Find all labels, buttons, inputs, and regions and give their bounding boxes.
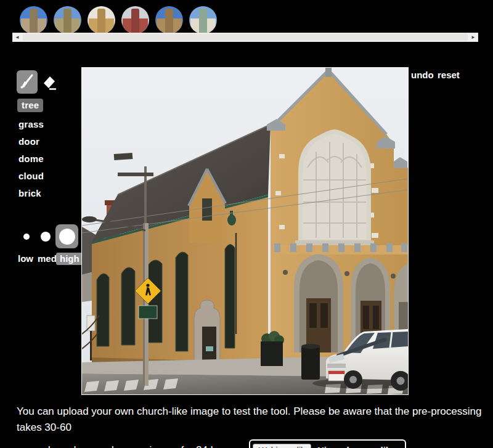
file-input[interactable]: Wybierz plik Nie wybrano pliku: [249, 439, 407, 448]
white-dome-church-thumbnail[interactable]: [189, 6, 217, 34]
thumbnail-scrollbar[interactable]: ◄ ►: [12, 33, 478, 42]
label-grass[interactable]: grass: [18, 118, 44, 131]
domed-baroque-church-thumbnail[interactable]: [20, 6, 47, 34]
scrollbar-thumb[interactable]: [23, 34, 468, 41]
eraser-tool-button[interactable]: [38, 71, 60, 94]
gothic-cathedral-thumbnail[interactable]: [88, 6, 115, 34]
thumbnail-bar: [20, 6, 217, 34]
brush-size-med-dot[interactable]: [41, 232, 51, 242]
red-cathedral-thumbnail[interactable]: [121, 6, 149, 34]
upload-note-line2: seconds and we cache your image for 24 h…: [17, 442, 243, 448]
corbel-band: [271, 243, 408, 255]
street-name-sign: [139, 306, 157, 319]
upload-note-line1: You can upload your own church-like imag…: [17, 404, 489, 436]
brush-icon: [19, 72, 35, 92]
thumbnail-tower: [199, 9, 208, 34]
thumbnail-tower: [165, 9, 174, 34]
thumbnail-tower: [131, 9, 140, 34]
size-label-high[interactable]: high: [56, 253, 83, 265]
choose-file-button[interactable]: Wybierz plik: [253, 444, 311, 448]
clock-tower-church-thumbnail[interactable]: [54, 6, 81, 34]
app-window: ◄ ► tree grass door dome cloud brick: [0, 0, 493, 448]
label-tree[interactable]: tree: [17, 99, 43, 112]
label-brick[interactable]: brick: [18, 187, 41, 200]
church-canvas[interactable]: [82, 68, 408, 394]
trash-can: [301, 344, 320, 380]
brush-size-high-circle: [59, 229, 75, 245]
gable-window: [295, 129, 374, 245]
size-label-med[interactable]: med: [38, 253, 57, 265]
thumbnail-tower: [30, 9, 38, 34]
label-cloud[interactable]: cloud: [18, 169, 44, 183]
brush-tool-button[interactable]: [17, 70, 38, 94]
eraser-icon: [40, 72, 59, 93]
size-label-low[interactable]: low: [18, 253, 33, 265]
file-status-text: Nie wybrano pliku: [317, 442, 396, 448]
thumbnail-tower: [97, 9, 106, 34]
planter: [261, 331, 284, 366]
church-photo: [82, 68, 408, 394]
palazzo-tower-thumbnail[interactable]: [155, 6, 183, 34]
undo-button[interactable]: undo: [411, 70, 434, 80]
upload-note: You can upload your own church-like imag…: [17, 404, 489, 448]
reset-button[interactable]: reset: [438, 70, 460, 80]
label-door[interactable]: door: [18, 135, 39, 149]
thumbnail-tower: [63, 9, 72, 34]
scrollbar-right-arrow-icon[interactable]: ►: [469, 33, 478, 41]
brush-size-low-dot[interactable]: [23, 234, 30, 240]
label-dome[interactable]: dome: [18, 152, 44, 166]
brush-size-high-dot[interactable]: [55, 224, 78, 248]
scrollbar-left-arrow-icon[interactable]: ◄: [13, 33, 22, 41]
